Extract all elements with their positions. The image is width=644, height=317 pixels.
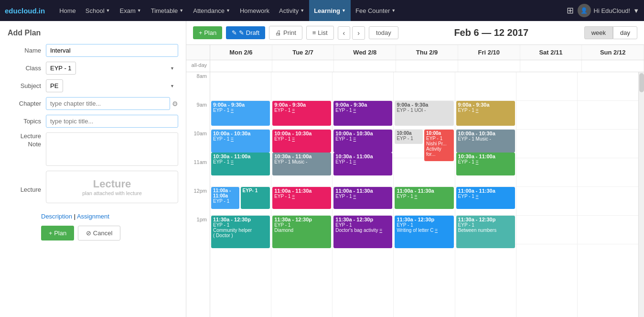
- day-header-wed: Wed 2/8: [334, 45, 396, 60]
- event-fri-1[interactable]: 9:00a - 9:30a EYP - 1 =: [456, 101, 515, 126]
- event-mon-5[interactable]: 11:30a - 12:30p EYP - 1 Community helper…: [211, 216, 270, 248]
- attendance-caret: ▼: [226, 8, 230, 13]
- time-12pm: 12pm: [186, 187, 210, 216]
- nav-attendance[interactable]: Attendance ▼: [188, 0, 235, 21]
- day-header-sun: Sun 2/12: [582, 45, 644, 60]
- event-mon-2[interactable]: 10:00a - 10:30a EYP - 1 =: [211, 130, 270, 153]
- event-thu-4[interactable]: 11:00a - 11:30a EYP - 1 =: [395, 187, 453, 209]
- nav-exam[interactable]: Exam ▼: [115, 0, 146, 21]
- list-button[interactable]: ≡ List: [306, 26, 334, 40]
- lecture-big-text: Lecture: [51, 178, 173, 190]
- event-tue-4[interactable]: 11:00a - 11:30a EYP - 1 =: [272, 187, 331, 209]
- grid-view-icon[interactable]: ⊞: [567, 5, 574, 16]
- event-wed-2[interactable]: 10:00a - 10:30a EYP - 1 =: [333, 130, 392, 153]
- event-mon-3[interactable]: 10:30a - 11:00a EYP - 1 =: [211, 153, 270, 175]
- new-plan-button[interactable]: + Plan: [193, 26, 222, 39]
- brand-logo[interactable]: educloud.in: [5, 7, 45, 15]
- nav-fee-counter[interactable]: Fee Counter ▼: [351, 0, 400, 21]
- name-input[interactable]: [46, 44, 178, 57]
- next-button[interactable]: ›: [352, 26, 365, 40]
- draft-button[interactable]: ✎ ✎ Draft: [226, 26, 265, 39]
- allday-tue: [272, 60, 334, 72]
- today-button[interactable]: today: [369, 26, 398, 39]
- description-link[interactable]: Description: [41, 213, 72, 220]
- day-col-sun: [578, 72, 638, 317]
- chapter-input[interactable]: [46, 97, 170, 110]
- nav-homework[interactable]: Homework: [235, 0, 274, 21]
- allday-thu: [396, 60, 458, 72]
- action-buttons: + Plan ⊘ Cancel: [41, 226, 178, 240]
- lecture-note-textarea[interactable]: [46, 132, 178, 166]
- name-row: Name: [8, 44, 178, 57]
- day-col-wed: 9:00a - 9:30a EYP - 1 = 10:00a - 10:30a …: [333, 72, 394, 317]
- user-label: Hi EduCloud!: [594, 7, 631, 14]
- event-tue-1[interactable]: 9:00a - 9:30a EYP - 1 =: [272, 101, 331, 126]
- event-thu-5[interactable]: 11:30a - 12:30p EYP - 1 Writing of lette…: [395, 216, 453, 248]
- scrollbar-thumb[interactable]: [639, 73, 644, 92]
- nav-arrows: ‹ ›: [338, 26, 365, 40]
- event-fri-4[interactable]: 11:00a - 11:30a EYP - 1 =: [456, 187, 515, 209]
- draft-icon: ✎: [232, 29, 237, 36]
- subject-select[interactable]: PE: [46, 79, 63, 92]
- time-9am: 9am: [186, 101, 210, 130]
- nav-activity[interactable]: Activity ▼: [274, 0, 309, 21]
- plan-button[interactable]: + Plan: [41, 226, 74, 240]
- print-button[interactable]: 🖨 Print: [269, 26, 302, 40]
- event-thu-3[interactable]: 10:00a EYP - 1 Nishi Pr... Activity for.…: [424, 130, 454, 161]
- time-8am: 8am: [186, 72, 210, 101]
- event-thu-2[interactable]: 10:00a EYP - 1: [395, 130, 423, 144]
- day-header-fri: Fri 2/10: [458, 45, 520, 60]
- event-tue-3[interactable]: 10:30a - 11:00a EYP - 1 Music -: [272, 153, 331, 175]
- event-fri-5[interactable]: 11:30a - 12:30p EYP - 1 Between numbers: [456, 216, 515, 248]
- allday-mon: [210, 60, 272, 72]
- user-menu[interactable]: 👤 Hi EduCloud! ▼: [578, 4, 639, 17]
- allday-sat: [520, 60, 582, 72]
- allday-sun: [582, 60, 644, 72]
- allday-row: all-day: [186, 60, 644, 72]
- event-mon-4b[interactable]: EYP- 1: [241, 187, 270, 209]
- event-fri-3[interactable]: 10:30a - 11:00a EYP - 1 =: [456, 153, 515, 175]
- nav-timetable[interactable]: Timetable ▼: [146, 0, 189, 21]
- chapter-label: Chapter: [8, 100, 41, 107]
- event-wed-3[interactable]: 10:30a - 11:00a EYP - 1 =: [333, 153, 392, 175]
- event-wed-1[interactable]: 9:00a - 9:30a EYP - 1 =: [333, 101, 392, 126]
- time-col-header: [186, 45, 210, 60]
- week-view-button[interactable]: week: [584, 26, 613, 39]
- day-view-button[interactable]: day: [613, 26, 637, 39]
- learning-caret: ▼: [342, 8, 346, 13]
- nav-home[interactable]: Home: [54, 0, 81, 21]
- cancel-button[interactable]: ⊘ Cancel: [78, 226, 120, 240]
- day-col-mon: 9:00a - 9:30a EYP - 1 = 10:00a - 10:30a …: [210, 72, 271, 317]
- allday-label: all-day: [186, 60, 210, 72]
- lecture-note-row: Lecture Note: [8, 132, 178, 166]
- topics-label: Topics: [8, 118, 41, 125]
- avatar: 👤: [578, 4, 591, 17]
- navbar: educloud.in Home School ▼ Exam ▼ Timetab…: [0, 0, 644, 21]
- event-wed-4[interactable]: 11:00a - 11:30a EYP - 1 =: [333, 187, 392, 209]
- desc-assign-row: Description | Assignment: [41, 213, 178, 220]
- lecture-note-label: Lecture Note: [8, 132, 41, 149]
- event-mon-1[interactable]: 9:00a - 9:30a EYP - 1 =: [211, 101, 270, 126]
- event-wed-5[interactable]: 11:30a - 12:30p EYP - 1 Doctor's bag act…: [333, 216, 392, 248]
- exam-caret: ▼: [137, 8, 141, 13]
- event-tue-5[interactable]: 11:30a - 12:30p EYP - 1 Diamond: [272, 216, 331, 248]
- prev-button[interactable]: ‹: [338, 26, 351, 40]
- topics-input[interactable]: [46, 115, 178, 128]
- class-row: Class EYP - 1: [8, 62, 178, 75]
- day-header-sat: Sat 2/11: [520, 45, 582, 60]
- time-1pm: 1pm: [186, 216, 210, 244]
- scrollbar[interactable]: [638, 72, 644, 317]
- event-mon-4a[interactable]: 11:00a - 11:00a EYP - 1: [211, 187, 239, 209]
- event-fri-2[interactable]: 10:00a - 10:30a EYP - 1 Music -: [456, 130, 515, 153]
- class-select[interactable]: EYP - 1: [46, 62, 76, 75]
- nav-learning[interactable]: Learning ▼: [309, 0, 351, 21]
- chapter-gear-icon[interactable]: ⚙: [172, 100, 178, 108]
- event-thu-1[interactable]: 9:00a - 9:30a EYP - 1 UOI -: [395, 101, 453, 126]
- user-caret: ▼: [633, 7, 639, 14]
- nav-school[interactable]: School ▼: [81, 0, 115, 21]
- event-tue-2[interactable]: 10:00a - 10:30a EYP - 1 =: [272, 130, 331, 153]
- date-range: Feb 6 — 12 2017: [402, 27, 580, 38]
- assignment-link[interactable]: Assignment: [77, 213, 109, 220]
- day-header-tue: Tue 2/7: [272, 45, 334, 60]
- chapter-row: Chapter ⚙: [8, 97, 178, 110]
